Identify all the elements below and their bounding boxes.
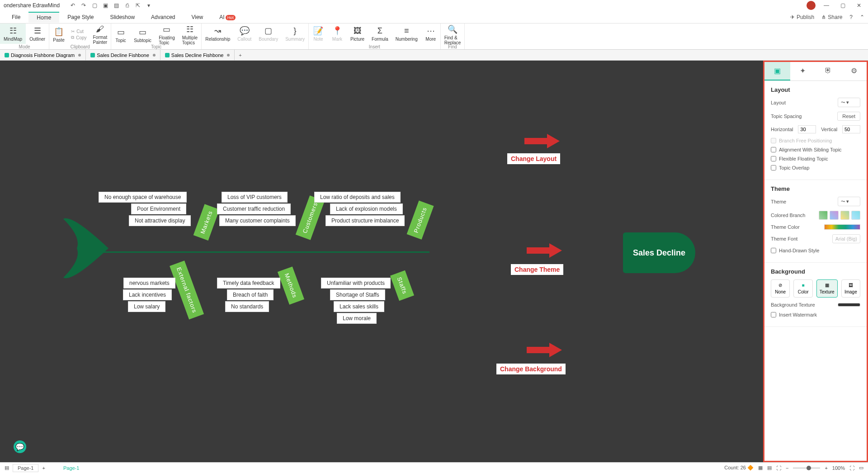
doc-tab[interactable]: Diagnosis Fishbone Diagram <box>0 50 86 60</box>
theme-select[interactable]: ⤳ ▾ <box>838 197 860 206</box>
branch-opt[interactable] <box>851 211 860 220</box>
bone-external[interactable]: External factors <box>170 260 204 320</box>
bg-texture-button[interactable]: ▦Texture <box>816 279 838 298</box>
bg-image-button[interactable]: 🖼Image <box>841 279 860 298</box>
qat-more-icon[interactable]: ▾ <box>145 1 153 9</box>
panel-tab-style-icon[interactable]: ✦ <box>790 62 816 80</box>
zoom-out-button[interactable]: − <box>786 465 788 471</box>
horizontal-input[interactable] <box>798 125 816 133</box>
cause-box[interactable]: Lack incentives <box>123 289 172 300</box>
save-icon[interactable]: ▤ <box>112 1 120 9</box>
cause-box[interactable]: No enough space of warehouse <box>99 192 187 203</box>
picture-button[interactable]: 🖼Picture <box>347 24 368 44</box>
cause-box[interactable]: Low ratio of deposits and sales <box>314 192 401 203</box>
bg-none-button[interactable]: ⊘None <box>771 279 790 298</box>
menu-view[interactable]: View <box>183 12 211 22</box>
zoom-slider[interactable] <box>793 468 820 468</box>
cause-box[interactable]: Shortage of Staffs <box>330 289 385 300</box>
page-select[interactable]: Page-1 <box>13 464 38 472</box>
outliner-button[interactable]: ☰Outliner <box>26 24 49 44</box>
doc-tab[interactable]: Sales Decline Fishbone <box>86 50 160 60</box>
bg-color-button[interactable]: ■Color <box>793 279 812 298</box>
cause-box[interactable]: Breach of faith <box>227 289 274 300</box>
boundary-button[interactable]: ▢Boundary <box>255 24 282 44</box>
more-button[interactable]: ⋯More <box>421 24 440 44</box>
paste-button[interactable]: 📋Paste <box>49 24 68 46</box>
cause-box[interactable]: nervous markets <box>123 278 175 289</box>
redo-icon[interactable]: ↷ <box>80 1 88 9</box>
view-page-icon[interactable]: ▤ <box>767 465 772 471</box>
floating-topic-button[interactable]: ▭Floating Topic <box>155 24 179 46</box>
mark-button[interactable]: 📍Mark <box>328 24 347 44</box>
panel-tab-settings-icon[interactable]: ⚙ <box>841 62 867 80</box>
add-tab-button[interactable]: + <box>235 52 245 58</box>
bone-products[interactable]: Products <box>407 200 434 240</box>
export-icon[interactable]: ⇱ <box>134 1 142 9</box>
panel-tab-layout-icon[interactable]: ▣ <box>764 62 790 80</box>
close-icon[interactable]: ✕ <box>854 0 864 11</box>
print-icon[interactable]: ⎙ <box>123 1 131 9</box>
fullscreen-icon[interactable]: ⛶ <box>849 465 854 471</box>
topic-overlap-check[interactable]: Topic Overlap <box>771 165 860 170</box>
cause-box[interactable]: Timely data feedback <box>217 278 280 289</box>
branch-opt[interactable] <box>840 211 849 220</box>
bg-texture-select[interactable] <box>838 303 860 307</box>
menu-pagestyle[interactable]: Page Style <box>59 12 102 22</box>
subtopic-button[interactable]: ▭Subtopic <box>130 24 155 46</box>
menu-file[interactable]: File <box>4 12 28 22</box>
note-button[interactable]: 📝Note <box>309 24 328 44</box>
vertical-input[interactable] <box>842 125 860 133</box>
collapse-icon[interactable]: ⌃ <box>860 14 864 20</box>
flexible-floating-check[interactable]: Flexible Floating Topic <box>771 156 860 161</box>
cause-box[interactable]: No standards <box>225 301 269 312</box>
doc-tab[interactable]: Sales Decline Fishbone <box>160 50 235 60</box>
cause-box[interactable]: Unfamiliar with products <box>321 278 391 289</box>
summary-button[interactable]: }Summary <box>282 24 308 44</box>
theme-color-select[interactable] <box>824 224 860 230</box>
topic-button[interactable]: ▭Topic <box>111 24 130 46</box>
cause-box[interactable]: Lack of explosion models <box>330 203 403 214</box>
cause-box[interactable]: Low morale <box>337 313 377 324</box>
publish-button[interactable]: ✈ Publish <box>790 14 814 20</box>
zoom-in-button[interactable]: + <box>825 465 827 471</box>
panel-tab-security-icon[interactable]: ⛨ <box>816 62 841 80</box>
cause-box[interactable]: Lack sales skills <box>334 301 384 312</box>
reset-button[interactable]: Reset <box>837 112 860 121</box>
branch-opt[interactable] <box>819 211 828 220</box>
menu-ai[interactable]: AIHot <box>211 12 243 22</box>
watermark-check[interactable]: Insert Watermark <box>771 312 860 317</box>
cause-box[interactable]: Customer traffic reduction <box>217 203 291 214</box>
cause-box[interactable]: Many customer complaints <box>219 215 296 226</box>
maximize-icon[interactable]: ▢ <box>837 0 848 11</box>
fit-icon[interactable]: ⛶ <box>776 465 781 471</box>
new-icon[interactable]: ▢ <box>90 1 99 9</box>
handdrawn-check[interactable]: Hand-Drawn Style <box>771 248 860 253</box>
theme-font-select[interactable]: Arial (Big) <box>832 234 860 243</box>
page-list-icon[interactable]: ▤ <box>5 465 9 471</box>
cause-box[interactable]: Loss of VIP customers <box>222 192 288 203</box>
bone-staffs[interactable]: Staffs <box>390 270 414 301</box>
canvas[interactable]: Sales Decline Markets No enough space of… <box>0 61 763 462</box>
numbering-button[interactable]: ≡Numbering <box>392 24 421 44</box>
copy-button[interactable]: ⧉ Copy <box>68 34 89 41</box>
branch-opt[interactable] <box>830 211 839 220</box>
chat-bubble-icon[interactable]: 💬 <box>14 440 26 453</box>
cut-button[interactable]: ✂ Cut <box>68 28 89 34</box>
callout-button[interactable]: 💬Callout <box>234 24 255 44</box>
avatar[interactable] <box>807 1 816 10</box>
cause-box[interactable]: Product structure imbalance <box>326 215 405 226</box>
menu-slideshow[interactable]: Slideshow <box>102 12 143 22</box>
collapse-panel-icon[interactable]: ▭ <box>859 465 863 471</box>
bone-markets[interactable]: Markets <box>193 204 220 241</box>
mindmap-button[interactable]: ☷MindMap <box>0 24 26 44</box>
open-icon[interactable]: ▣ <box>101 1 109 9</box>
fish-head[interactable]: Sales Decline <box>623 232 695 273</box>
align-sibling-check[interactable]: Alignment With Sibling Topic <box>771 147 860 152</box>
find-replace-button[interactable]: 🔍Find & Replace <box>441 24 465 46</box>
minimize-icon[interactable]: — <box>821 0 832 11</box>
add-page-button[interactable]: + <box>42 465 45 471</box>
cause-box[interactable]: Low salary <box>128 301 165 312</box>
formula-button[interactable]: ΣFormula <box>368 24 392 44</box>
layout-select[interactable]: ⤳ ▾ <box>838 98 860 107</box>
undo-icon[interactable]: ↶ <box>69 1 77 9</box>
